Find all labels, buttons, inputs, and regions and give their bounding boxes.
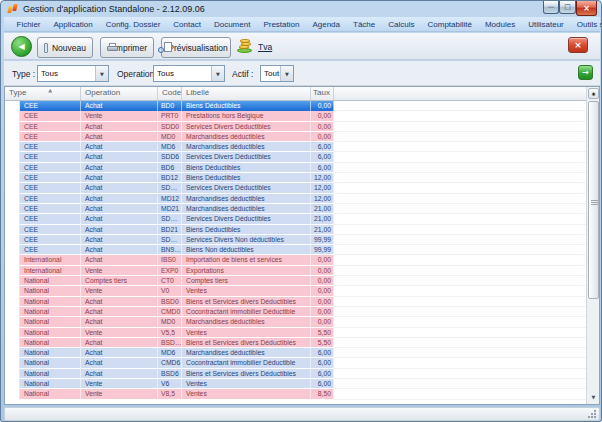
column-header-type[interactable]: Type ▲: [5, 87, 81, 100]
cell-type: National: [20, 358, 81, 368]
scroll-down-icon[interactable]: ▼: [588, 392, 599, 401]
menu-item-contact[interactable]: Contact: [167, 20, 208, 29]
table-row[interactable]: NationalAchatBSD0Biens et Services diver…: [5, 297, 586, 307]
cell-type: CEE: [20, 142, 81, 152]
title-bar[interactable]: Gestion d'application Standalone - 2.12.…: [1, 1, 601, 17]
menu-item-prestation[interactable]: Prestation: [257, 20, 306, 29]
table-row[interactable]: NationalVenteV8,5Ventes8,50: [5, 389, 586, 399]
operation-filter-combobox[interactable]: Tous ▼: [153, 65, 225, 82]
cell-libelle: Cocontractant immobilier Déductible: [182, 307, 311, 317]
menu-item-comptabilit[interactable]: Comptabilité: [421, 20, 478, 29]
table-row[interactable]: CEEAchatMD6Marchandises déductibles6,00: [5, 142, 586, 152]
menu-item-agenda[interactable]: Agenda: [306, 20, 347, 29]
table-row[interactable]: NationalAchatBSD…Biens et Services diver…: [5, 338, 586, 348]
chevron-down-icon[interactable]: ▼: [280, 66, 293, 81]
cell-taux: 0,00: [311, 101, 334, 111]
menu-item-utilisateur[interactable]: Utilisateur: [522, 20, 571, 29]
menu-item-document[interactable]: Document: [207, 20, 256, 29]
table-row[interactable]: CEEAchatBD0Biens Déductibles0,00: [5, 101, 586, 111]
table-row[interactable]: CEEAchatSD…Services Divers Déductibles12…: [5, 183, 586, 193]
cell-code: BD21: [158, 225, 182, 235]
menu-item-t-che[interactable]: Tâche: [347, 20, 382, 29]
menu-item-application[interactable]: Application: [47, 20, 99, 29]
actif-filter-value: Tout: [261, 69, 280, 78]
cell-type: National: [20, 389, 81, 399]
cell-type: National: [20, 317, 81, 327]
table-row[interactable]: NationalAchatMD0Marchandises déductibles…: [5, 317, 586, 327]
cell-operation: Achat: [81, 214, 158, 224]
cell-code: BD0: [158, 101, 182, 111]
resize-grip-icon[interactable]: [587, 409, 596, 418]
cell-filler: [334, 152, 586, 162]
menu-item-config-dossier[interactable]: Config. Dossier: [99, 20, 167, 29]
tva-link[interactable]: Tva: [258, 42, 272, 52]
cell-type: CEE: [20, 194, 81, 204]
column-header-libelle[interactable]: Libellé: [182, 87, 311, 100]
minimize-button[interactable]: —: [543, 1, 559, 14]
table-row[interactable]: CEEAchatBN9…Biens Non déductibles99,99: [5, 245, 586, 255]
cell-operation: Achat: [81, 101, 158, 111]
table-row[interactable]: CEEVentePRT0Prestations hors Belgique0,0…: [5, 111, 586, 121]
cell-taux: 0,00: [311, 276, 334, 286]
table-row[interactable]: NationalVenteV5,5Ventes5,50: [5, 328, 586, 338]
table-row[interactable]: NationalAchatCMD0Cocontractant immobilie…: [5, 307, 586, 317]
table-row[interactable]: CEEAchatSDD6Services Divers Déductibles6…: [5, 152, 586, 162]
vertical-scrollbar[interactable]: ✱ ▼: [586, 87, 599, 404]
table-row[interactable]: NationalAchatMD6Marchandises déductibles…: [5, 348, 586, 358]
table-row[interactable]: CEEAchatMD0Marchandises déductibles0,00: [5, 132, 586, 142]
column-header-code[interactable]: Code: [158, 87, 182, 100]
cell-type: CEE: [20, 111, 81, 121]
table-row[interactable]: CEEAchatBD21Biens Déductibles21,00: [5, 225, 586, 235]
cell-filler: [334, 245, 586, 255]
refresh-go-button[interactable]: →: [578, 65, 593, 80]
cell-libelle: Services Divers Non déductibles: [182, 235, 311, 245]
cell-filler: [334, 111, 586, 121]
cell-type: CEE: [20, 122, 81, 132]
menu-item-modules[interactable]: Modules: [478, 20, 521, 29]
cell-filler: [334, 307, 586, 317]
window-title: Gestion d'application Standalone - 2.12.…: [23, 4, 205, 14]
table-row[interactable]: CEEAchatSDD0Services Divers Déductibles0…: [5, 122, 586, 132]
back-button[interactable]: ◀: [11, 36, 32, 57]
row-indicator: [5, 173, 20, 183]
table-row[interactable]: CEEAchatBD12Biens Déductibles12,00: [5, 173, 586, 183]
close-window-button[interactable]: ×: [576, 1, 597, 16]
table-row[interactable]: InternationalAchatIBS0Importation de bie…: [5, 255, 586, 265]
cell-operation: Achat: [81, 297, 158, 307]
scrollbar-thumb[interactable]: [588, 101, 599, 299]
table-row[interactable]: CEEAchatBD6Biens Déductibles6,00: [5, 163, 586, 173]
actif-filter-combobox[interactable]: Tout ▼: [260, 65, 294, 82]
type-filter-combobox[interactable]: Tous ▼: [37, 65, 109, 82]
table-row[interactable]: NationalAchatCMD6Cocontractant immobilie…: [5, 358, 586, 368]
menu-item-calculs[interactable]: Calculs: [382, 20, 421, 29]
menu-item-outils-syst-me[interactable]: Outils système: [570, 20, 602, 29]
chevron-down-icon[interactable]: ▼: [211, 66, 224, 81]
column-header-operation[interactable]: Operation: [81, 87, 158, 100]
cell-taux: 6,00: [311, 358, 334, 368]
cell-filler: [334, 286, 586, 296]
chevron-down-icon[interactable]: ▼: [95, 66, 108, 81]
table-row[interactable]: InternationalVenteEXP0Exportations0,00: [5, 266, 586, 276]
table-row[interactable]: CEEAchatMD21Marchandises déductibles21,0…: [5, 204, 586, 214]
maximize-button[interactable]: □: [559, 1, 576, 14]
tva-table: Type ▲ Operation Code Libellé Taux CEEAc…: [4, 86, 600, 405]
table-row[interactable]: NationalVenteV0Ventes0,00: [5, 286, 586, 296]
cell-taux: 0,00: [311, 122, 334, 132]
nouveau-button[interactable]: Nouveau: [37, 37, 93, 58]
close-view-button[interactable]: ×: [568, 37, 588, 53]
table-row[interactable]: CEEAchatSD…Services Divers Non déductibl…: [5, 235, 586, 245]
cell-type: CEE: [20, 183, 81, 193]
table-row[interactable]: NationalVenteV6Ventes6,00: [5, 379, 586, 389]
table-row[interactable]: CEEAchatSD…Services Divers Déductibles21…: [5, 214, 586, 224]
row-indicator: [5, 142, 20, 152]
cell-libelle: Marchandises déductibles: [182, 142, 311, 152]
column-header-taux[interactable]: Taux: [311, 87, 334, 100]
table-row[interactable]: NationalComptes tiersCT0Comptes tiers0,0…: [5, 276, 586, 286]
table-row[interactable]: CEEAchatMD12Marchandises déductibles12,0…: [5, 194, 586, 204]
previsualisation-button[interactable]: Prévisualisation: [161, 37, 231, 58]
grid-customize-button[interactable]: ✱: [588, 88, 599, 99]
menu-item-fichier[interactable]: Fichier: [10, 20, 47, 29]
table-row[interactable]: NationalAchatBSD6Biens et Services diver…: [5, 369, 586, 379]
imprimer-button[interactable]: Imprimer: [100, 37, 154, 58]
cell-code: MD0: [158, 132, 182, 142]
